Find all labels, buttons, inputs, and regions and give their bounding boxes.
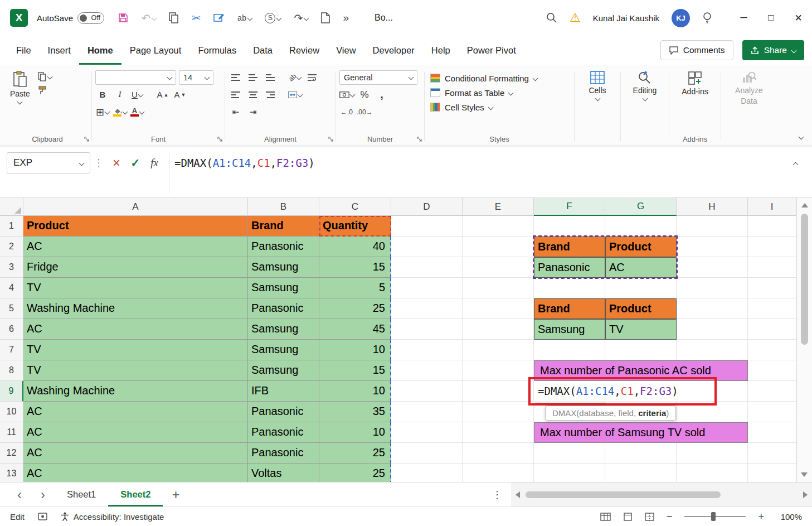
column-header-A[interactable]: A [23,198,248,216]
cell-A7[interactable]: TV [23,340,248,360]
excel-logo-icon[interactable]: X [10,9,28,27]
cell-G13[interactable] [605,464,677,482]
cell-E5[interactable] [463,298,534,319]
cell-A6[interactable]: AC [23,319,248,340]
minimize-button[interactable]: ─ [730,0,757,36]
row-header-12[interactable]: 12 [0,443,23,464]
vertical-scrollbar[interactable] [796,198,812,482]
cell-F5[interactable]: Brand [534,298,605,319]
cell-C1[interactable]: Quantity [319,216,391,237]
cell-C12[interactable]: 25 [319,443,391,464]
cell-I11[interactable] [748,422,796,443]
sheet-nav-next-icon[interactable]: › [31,482,55,506]
cell-G3[interactable]: AC [605,257,677,278]
cell-C11[interactable]: 10 [319,422,391,443]
orientation-button[interactable]: ab [288,70,302,85]
cell-E10[interactable] [463,402,534,422]
formula-input[interactable]: =DMAX(A1:C14,C1,F2:G3) [174,152,315,169]
cell-F1[interactable] [534,216,605,237]
analyze-data-button[interactable]: Analyze Data [725,69,774,108]
cell-E11[interactable] [463,422,534,443]
macro-record-icon[interactable] [38,513,47,520]
cell-H12[interactable] [677,443,748,464]
italic-button[interactable]: I [113,88,127,102]
cell-B13[interactable]: Voltas [248,464,319,482]
scroll-right-icon[interactable] [803,491,808,498]
decrease-indent-button[interactable]: ⇤ [228,105,243,119]
cell-H13[interactable] [677,464,748,482]
borders-button[interactable]: ⊞ [95,105,110,119]
find-replace-button[interactable]: ab [237,13,252,22]
row-header-3[interactable]: 3 [0,257,23,278]
cell-A10[interactable]: AC [23,402,248,422]
cell-H5[interactable] [677,298,748,319]
cell-C13[interactable]: 25 [319,464,391,482]
save-button[interactable] [118,12,129,23]
cell-D12[interactable] [391,443,463,464]
cell-styles-button[interactable]: Cell Styles [428,100,571,114]
zoom-slider-knob[interactable] [711,512,716,521]
insert-function-button[interactable]: fx [145,152,164,173]
cell-H2[interactable] [677,237,748,257]
cell-I3[interactable] [748,257,796,278]
alignment-dialog-launcher[interactable] [328,137,334,142]
decrease-decimal-button[interactable]: .00→ [357,105,373,119]
copy-button[interactable] [38,72,52,81]
ribbon-tab-page-layout[interactable]: Page Layout [121,36,190,65]
cell-F12[interactable] [534,443,605,464]
cell-I7[interactable] [748,340,796,360]
cell-D10[interactable] [391,402,463,422]
cell-E7[interactable] [463,340,534,360]
cell-F13[interactable] [534,464,605,482]
cell-H4[interactable] [677,278,748,298]
cell-D2[interactable] [391,237,463,257]
cell-E6[interactable] [463,319,534,340]
cell-C2[interactable]: 40 [319,237,391,257]
cell-D6[interactable] [391,319,463,340]
cell-B3[interactable]: Samsung [248,257,319,278]
cell-F6[interactable]: Samsung [534,319,605,340]
cell-G6[interactable]: TV [605,319,677,340]
number-dialog-launcher[interactable] [417,137,422,142]
add-sheet-button[interactable]: + [163,482,188,506]
cell-I10[interactable] [748,402,796,422]
font-color-button[interactable]: A [130,105,144,119]
font-size-select[interactable]: 14 [179,70,213,85]
row-header-7[interactable]: 7 [0,340,23,360]
new-document-button[interactable] [321,12,330,23]
cell-I4[interactable] [748,278,796,298]
increase-indent-button[interactable]: ⇥ [246,105,260,119]
row-header-8[interactable]: 8 [0,360,23,381]
cell-D1[interactable] [391,216,463,237]
cell-B11[interactable]: Panasonic [248,422,319,443]
cell-G12[interactable] [605,443,677,464]
cell-D4[interactable] [391,278,463,298]
row-header-5[interactable]: 5 [0,298,23,319]
font-name-select[interactable] [95,70,176,85]
cell-I8[interactable] [748,360,796,381]
scroll-down-icon[interactable] [801,472,808,477]
increase-decimal-button[interactable]: ←.0 [339,105,354,119]
ribbon-tab-file[interactable]: File [8,36,40,65]
cell-A13[interactable]: AC [23,464,248,482]
align-top-button[interactable] [228,70,243,85]
column-header-C[interactable]: C [319,198,391,216]
zoom-out-button[interactable]: − [667,511,673,523]
close-button[interactable]: ✕ [785,0,812,36]
spreadsheet[interactable]: ABCDEFGHI1ProductBrandQuantity2ACPanason… [0,198,796,482]
cell-G1[interactable] [605,216,677,237]
cell-H7[interactable] [677,340,748,360]
tab-options-icon[interactable]: ⋮ [492,489,502,501]
cell-A11[interactable]: AC [23,422,248,443]
redo-button[interactable]: ↷ [294,12,308,25]
cell-A9[interactable]: Washing Machine [23,381,248,402]
cell-A1[interactable]: Product [23,216,248,237]
column-header-B[interactable]: B [248,198,319,216]
name-box[interactable]: EXP [7,152,90,173]
ribbon-tab-power-pivot[interactable]: Power Pivot [459,36,524,65]
cell-D13[interactable] [391,464,463,482]
cell-A5[interactable]: Washing Machine [23,298,248,319]
cell-F9[interactable]: =DMAX(A1:C14,C1,F2:G3) [534,381,748,402]
column-header-I[interactable]: I [748,198,796,216]
wrap-text-button[interactable] [305,70,319,85]
